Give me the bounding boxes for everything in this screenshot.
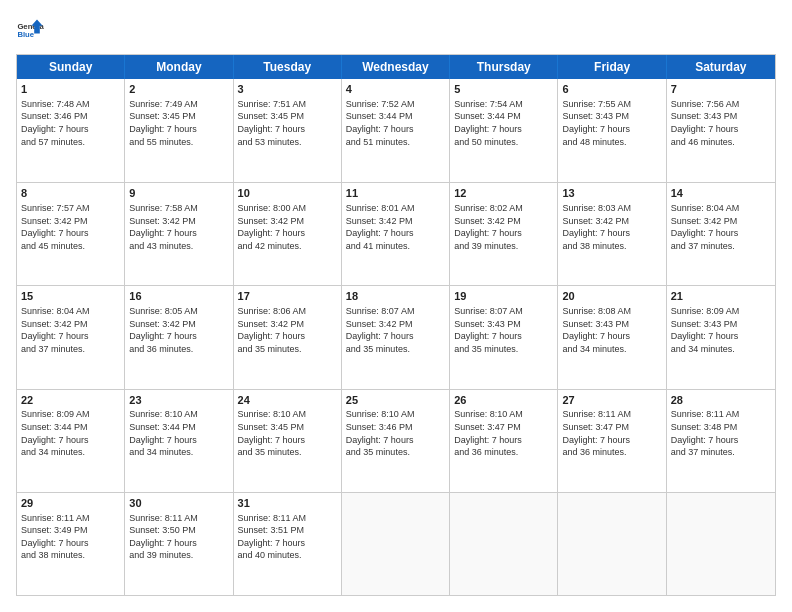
- day-info: Sunrise: 8:04 AM Sunset: 3:42 PM Dayligh…: [671, 202, 771, 252]
- day-info: Sunrise: 8:11 AM Sunset: 3:50 PM Dayligh…: [129, 512, 228, 562]
- day-cell-31: 31Sunrise: 8:11 AM Sunset: 3:51 PM Dayli…: [234, 493, 342, 595]
- day-info: Sunrise: 7:49 AM Sunset: 3:45 PM Dayligh…: [129, 98, 228, 148]
- day-number: 25: [346, 393, 445, 408]
- day-info: Sunrise: 8:08 AM Sunset: 3:43 PM Dayligh…: [562, 305, 661, 355]
- day-info: Sunrise: 8:09 AM Sunset: 3:44 PM Dayligh…: [21, 408, 120, 458]
- day-number: 20: [562, 289, 661, 304]
- day-cell-5: 5Sunrise: 7:54 AM Sunset: 3:44 PM Daylig…: [450, 79, 558, 182]
- day-info: Sunrise: 8:01 AM Sunset: 3:42 PM Dayligh…: [346, 202, 445, 252]
- header-day-sunday: Sunday: [17, 55, 125, 79]
- header-day-friday: Friday: [558, 55, 666, 79]
- day-cell-20: 20Sunrise: 8:08 AM Sunset: 3:43 PM Dayli…: [558, 286, 666, 388]
- day-info: Sunrise: 8:11 AM Sunset: 3:51 PM Dayligh…: [238, 512, 337, 562]
- empty-cell: [342, 493, 450, 595]
- day-number: 29: [21, 496, 120, 511]
- calendar-body: 1Sunrise: 7:48 AM Sunset: 3:46 PM Daylig…: [17, 79, 775, 595]
- day-info: Sunrise: 7:52 AM Sunset: 3:44 PM Dayligh…: [346, 98, 445, 148]
- day-number: 3: [238, 82, 337, 97]
- day-info: Sunrise: 7:55 AM Sunset: 3:43 PM Dayligh…: [562, 98, 661, 148]
- day-info: Sunrise: 8:11 AM Sunset: 3:49 PM Dayligh…: [21, 512, 120, 562]
- day-cell-28: 28Sunrise: 8:11 AM Sunset: 3:48 PM Dayli…: [667, 390, 775, 492]
- day-cell-13: 13Sunrise: 8:03 AM Sunset: 3:42 PM Dayli…: [558, 183, 666, 285]
- page: General Blue SundayMondayTuesdayWednesda…: [0, 0, 792, 612]
- day-number: 22: [21, 393, 120, 408]
- week-row-4: 22Sunrise: 8:09 AM Sunset: 3:44 PM Dayli…: [17, 389, 775, 492]
- empty-cell: [558, 493, 666, 595]
- week-row-5: 29Sunrise: 8:11 AM Sunset: 3:49 PM Dayli…: [17, 492, 775, 595]
- generalblue-logo-icon: General Blue: [16, 16, 44, 44]
- day-cell-29: 29Sunrise: 8:11 AM Sunset: 3:49 PM Dayli…: [17, 493, 125, 595]
- day-cell-10: 10Sunrise: 8:00 AM Sunset: 3:42 PM Dayli…: [234, 183, 342, 285]
- week-row-3: 15Sunrise: 8:04 AM Sunset: 3:42 PM Dayli…: [17, 285, 775, 388]
- week-row-2: 8Sunrise: 7:57 AM Sunset: 3:42 PM Daylig…: [17, 182, 775, 285]
- week-row-1: 1Sunrise: 7:48 AM Sunset: 3:46 PM Daylig…: [17, 79, 775, 182]
- day-cell-24: 24Sunrise: 8:10 AM Sunset: 3:45 PM Dayli…: [234, 390, 342, 492]
- header-day-thursday: Thursday: [450, 55, 558, 79]
- day-info: Sunrise: 8:11 AM Sunset: 3:47 PM Dayligh…: [562, 408, 661, 458]
- day-info: Sunrise: 8:07 AM Sunset: 3:42 PM Dayligh…: [346, 305, 445, 355]
- day-info: Sunrise: 8:11 AM Sunset: 3:48 PM Dayligh…: [671, 408, 771, 458]
- day-info: Sunrise: 8:04 AM Sunset: 3:42 PM Dayligh…: [21, 305, 120, 355]
- day-cell-21: 21Sunrise: 8:09 AM Sunset: 3:43 PM Dayli…: [667, 286, 775, 388]
- header-day-monday: Monday: [125, 55, 233, 79]
- day-info: Sunrise: 7:48 AM Sunset: 3:46 PM Dayligh…: [21, 98, 120, 148]
- day-cell-26: 26Sunrise: 8:10 AM Sunset: 3:47 PM Dayli…: [450, 390, 558, 492]
- day-number: 10: [238, 186, 337, 201]
- day-number: 12: [454, 186, 553, 201]
- day-cell-14: 14Sunrise: 8:04 AM Sunset: 3:42 PM Dayli…: [667, 183, 775, 285]
- day-cell-25: 25Sunrise: 8:10 AM Sunset: 3:46 PM Dayli…: [342, 390, 450, 492]
- day-cell-1: 1Sunrise: 7:48 AM Sunset: 3:46 PM Daylig…: [17, 79, 125, 182]
- day-cell-17: 17Sunrise: 8:06 AM Sunset: 3:42 PM Dayli…: [234, 286, 342, 388]
- day-number: 7: [671, 82, 771, 97]
- day-number: 9: [129, 186, 228, 201]
- empty-cell: [667, 493, 775, 595]
- day-cell-19: 19Sunrise: 8:07 AM Sunset: 3:43 PM Dayli…: [450, 286, 558, 388]
- day-cell-6: 6Sunrise: 7:55 AM Sunset: 3:43 PM Daylig…: [558, 79, 666, 182]
- day-number: 28: [671, 393, 771, 408]
- day-cell-27: 27Sunrise: 8:11 AM Sunset: 3:47 PM Dayli…: [558, 390, 666, 492]
- header-day-tuesday: Tuesday: [234, 55, 342, 79]
- day-cell-8: 8Sunrise: 7:57 AM Sunset: 3:42 PM Daylig…: [17, 183, 125, 285]
- day-info: Sunrise: 8:05 AM Sunset: 3:42 PM Dayligh…: [129, 305, 228, 355]
- header-day-wednesday: Wednesday: [342, 55, 450, 79]
- day-info: Sunrise: 8:03 AM Sunset: 3:42 PM Dayligh…: [562, 202, 661, 252]
- svg-text:Blue: Blue: [17, 30, 34, 39]
- header: General Blue: [16, 16, 776, 44]
- day-number: 21: [671, 289, 771, 304]
- day-cell-4: 4Sunrise: 7:52 AM Sunset: 3:44 PM Daylig…: [342, 79, 450, 182]
- day-cell-30: 30Sunrise: 8:11 AM Sunset: 3:50 PM Dayli…: [125, 493, 233, 595]
- day-info: Sunrise: 8:02 AM Sunset: 3:42 PM Dayligh…: [454, 202, 553, 252]
- calendar-header: SundayMondayTuesdayWednesdayThursdayFrid…: [17, 55, 775, 79]
- day-cell-23: 23Sunrise: 8:10 AM Sunset: 3:44 PM Dayli…: [125, 390, 233, 492]
- day-cell-16: 16Sunrise: 8:05 AM Sunset: 3:42 PM Dayli…: [125, 286, 233, 388]
- day-info: Sunrise: 8:00 AM Sunset: 3:42 PM Dayligh…: [238, 202, 337, 252]
- day-info: Sunrise: 8:10 AM Sunset: 3:44 PM Dayligh…: [129, 408, 228, 458]
- day-number: 18: [346, 289, 445, 304]
- day-number: 30: [129, 496, 228, 511]
- day-number: 1: [21, 82, 120, 97]
- day-number: 16: [129, 289, 228, 304]
- day-number: 2: [129, 82, 228, 97]
- day-number: 15: [21, 289, 120, 304]
- day-cell-22: 22Sunrise: 8:09 AM Sunset: 3:44 PM Dayli…: [17, 390, 125, 492]
- day-info: Sunrise: 8:09 AM Sunset: 3:43 PM Dayligh…: [671, 305, 771, 355]
- day-number: 27: [562, 393, 661, 408]
- day-number: 23: [129, 393, 228, 408]
- calendar: SundayMondayTuesdayWednesdayThursdayFrid…: [16, 54, 776, 596]
- day-info: Sunrise: 8:07 AM Sunset: 3:43 PM Dayligh…: [454, 305, 553, 355]
- day-number: 13: [562, 186, 661, 201]
- day-number: 24: [238, 393, 337, 408]
- day-cell-15: 15Sunrise: 8:04 AM Sunset: 3:42 PM Dayli…: [17, 286, 125, 388]
- day-number: 4: [346, 82, 445, 97]
- day-info: Sunrise: 8:10 AM Sunset: 3:45 PM Dayligh…: [238, 408, 337, 458]
- day-number: 11: [346, 186, 445, 201]
- day-number: 17: [238, 289, 337, 304]
- day-cell-9: 9Sunrise: 7:58 AM Sunset: 3:42 PM Daylig…: [125, 183, 233, 285]
- day-info: Sunrise: 8:10 AM Sunset: 3:46 PM Dayligh…: [346, 408, 445, 458]
- day-info: Sunrise: 8:06 AM Sunset: 3:42 PM Dayligh…: [238, 305, 337, 355]
- day-number: 5: [454, 82, 553, 97]
- day-cell-3: 3Sunrise: 7:51 AM Sunset: 3:45 PM Daylig…: [234, 79, 342, 182]
- day-number: 26: [454, 393, 553, 408]
- day-info: Sunrise: 7:57 AM Sunset: 3:42 PM Dayligh…: [21, 202, 120, 252]
- day-number: 14: [671, 186, 771, 201]
